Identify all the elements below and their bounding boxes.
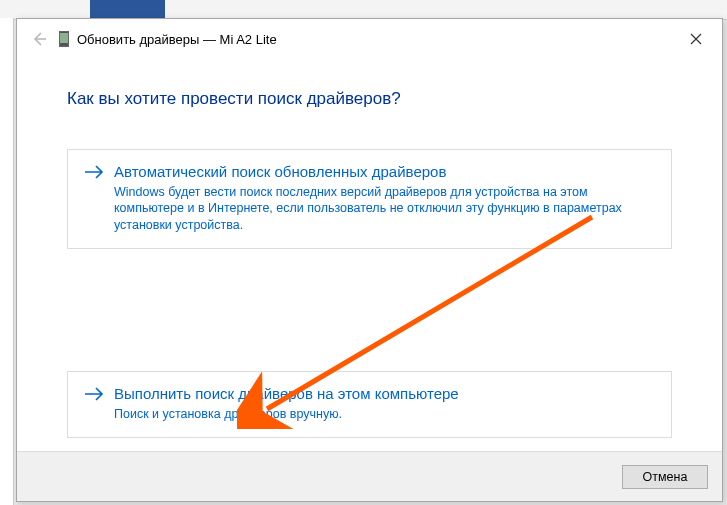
- option-auto-search[interactable]: Автоматический поиск обновленных драйвер…: [67, 149, 672, 249]
- option-auto-desc: Windows будет вести поиск последних верс…: [114, 184, 655, 235]
- arrow-right-icon: [84, 164, 104, 184]
- option-manual-body: Выполнить поиск драйверов на этом компью…: [114, 384, 655, 422]
- arrow-right-icon: [84, 386, 104, 406]
- back-arrow-icon: [31, 31, 47, 47]
- update-driver-dialog: Обновить драйверы — Mi A2 Lite Как вы хо…: [16, 18, 723, 502]
- background-left-panel: [0, 18, 14, 505]
- search-method-heading: Как вы хотите провести поиск драйверов?: [67, 89, 672, 109]
- option-manual-title: Выполнить поиск драйверов на этом компью…: [114, 384, 655, 404]
- cancel-button[interactable]: Отмена: [622, 465, 708, 489]
- option-auto-body: Автоматический поиск обновленных драйвер…: [114, 162, 655, 234]
- option-manual-desc: Поиск и установка драйверов вручную.: [114, 406, 655, 423]
- option-manual-search[interactable]: Выполнить поиск драйверов на этом компью…: [67, 371, 672, 437]
- dialog-content: Как вы хотите провести поиск драйверов? …: [17, 59, 722, 451]
- close-button[interactable]: [676, 25, 716, 53]
- device-icon: [59, 31, 69, 47]
- option-auto-title: Автоматический поиск обновленных драйвер…: [114, 162, 655, 182]
- titlebar: Обновить драйверы — Mi A2 Lite: [17, 19, 722, 59]
- dialog-title: Обновить драйверы — Mi A2 Lite: [77, 32, 277, 47]
- background-app-fragment: [90, 0, 165, 18]
- dialog-footer: Отмена: [17, 451, 722, 501]
